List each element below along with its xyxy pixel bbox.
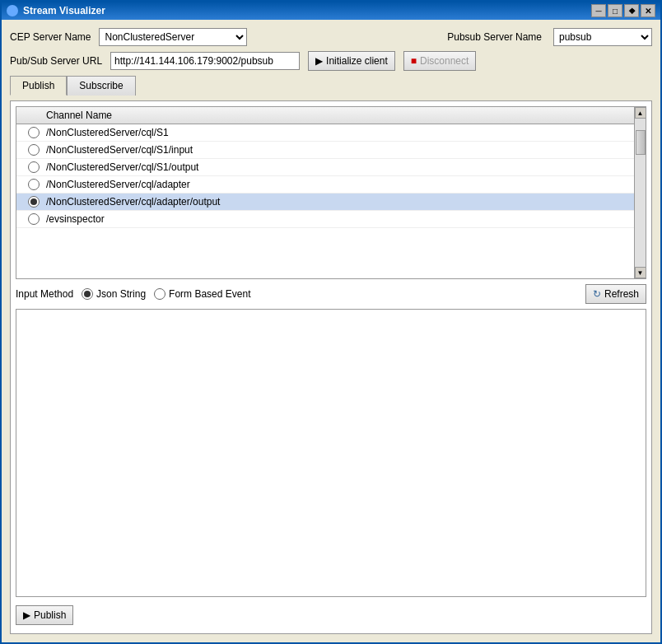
row-radio-5 xyxy=(28,213,40,225)
table-row[interactable]: /NonClusteredServer/cql/adapter/output xyxy=(16,194,634,211)
channel-name-header: Channel Name xyxy=(46,110,112,121)
main-panel: Channel Name /NonClusteredServer/cql/S1 … xyxy=(10,100,652,634)
row-radio-4 xyxy=(28,196,40,208)
channel-name-4: /NonClusteredServer/cql/adapter/output xyxy=(46,196,220,208)
initialize-client-button[interactable]: ▶ Initialize client xyxy=(308,51,395,71)
channel-name-2: /NonClusteredServer/cql/S1/output xyxy=(46,161,198,173)
close-button[interactable]: ✕ xyxy=(641,4,655,17)
refresh-button[interactable]: ↻ Refresh xyxy=(585,284,646,304)
title-bar: Stream Visualizer ─ □ ❖ ✕ xyxy=(2,2,660,20)
table-header: Channel Name xyxy=(16,107,634,124)
disconnect-button[interactable]: ■ Disconnect xyxy=(403,51,477,71)
publish-button[interactable]: ▶ Publish xyxy=(16,605,73,625)
initialize-icon: ▶ xyxy=(315,55,323,67)
table-row[interactable]: /NonClusteredServer/cql/S1/output xyxy=(16,159,634,176)
table-row[interactable]: /NonClusteredServer/cql/adapter xyxy=(16,176,634,194)
url-label: Pub/Sub Server URL xyxy=(10,55,102,67)
url-input[interactable] xyxy=(110,52,300,70)
scroll-up-arrow[interactable]: ▲ xyxy=(635,107,646,119)
refresh-icon: ↻ xyxy=(593,288,601,300)
row-radio-3 xyxy=(28,179,40,190)
scroll-down-arrow[interactable]: ▼ xyxy=(635,267,646,278)
disconnect-icon: ■ xyxy=(411,55,417,67)
row-radio-0 xyxy=(28,127,40,138)
row-radio-1 xyxy=(28,144,40,156)
json-input-textarea[interactable] xyxy=(16,309,646,597)
window-title: Stream Visualizer xyxy=(23,5,591,16)
table-row[interactable]: /NonClusteredServer/cql/S1 xyxy=(16,124,634,142)
restore-button[interactable]: ❖ xyxy=(624,4,639,17)
cep-server-dropdown[interactable]: NonClusteredServer xyxy=(99,28,247,46)
input-method-options: Input Method Json String Form Based Even… xyxy=(16,288,250,300)
minimize-button[interactable]: ─ xyxy=(591,4,606,17)
pubsub-label: Pubsub Server Name xyxy=(447,31,542,43)
tab-bar: Publish Subscribe xyxy=(10,76,652,96)
server-name-row: CEP Server Name NonClusteredServer Pubsu… xyxy=(10,28,652,46)
form-based-option[interactable]: Form Based Event xyxy=(154,288,250,300)
json-radio[interactable] xyxy=(82,288,93,300)
scroll-thumb[interactable] xyxy=(636,130,646,155)
channel-table-container: Channel Name /NonClusteredServer/cql/S1 … xyxy=(16,106,646,279)
table-row[interactable]: /NonClusteredServer/cql/S1/input xyxy=(16,142,634,159)
input-method-label: Input Method xyxy=(16,288,73,300)
channel-name-3: /NonClusteredServer/cql/adapter xyxy=(46,179,190,190)
main-window: Stream Visualizer ─ □ ❖ ✕ CEP Server Nam… xyxy=(0,0,662,644)
title-bar-controls: ─ □ ❖ ✕ xyxy=(591,4,655,17)
channel-name-0: /NonClusteredServer/cql/S1 xyxy=(46,127,169,138)
channel-table: Channel Name /NonClusteredServer/cql/S1 … xyxy=(16,107,634,278)
table-scrollbar[interactable]: ▲ ▼ xyxy=(634,107,646,278)
window-icon xyxy=(7,5,18,16)
url-row: Pub/Sub Server URL ▶ Initialize client ■… xyxy=(10,51,652,71)
table-row[interactable]: /evsinspector xyxy=(16,211,634,228)
tab-subscribe[interactable]: Subscribe xyxy=(67,76,135,96)
cep-label: CEP Server Name xyxy=(10,31,91,43)
input-method-row: Input Method Json String Form Based Even… xyxy=(16,284,646,304)
bottom-bar: ▶ Publish xyxy=(16,602,646,628)
publish-icon: ▶ xyxy=(23,609,30,621)
channel-name-1: /NonClusteredServer/cql/S1/input xyxy=(46,144,193,156)
json-string-option[interactable]: Json String xyxy=(82,288,146,300)
pubsub-server-dropdown[interactable]: pubsub xyxy=(553,28,652,46)
tab-publish[interactable]: Publish xyxy=(10,76,67,96)
channel-name-5: /evsinspector xyxy=(46,213,105,225)
content-area: CEP Server Name NonClusteredServer Pubsu… xyxy=(2,20,660,642)
form-radio[interactable] xyxy=(154,288,166,300)
maximize-button[interactable]: □ xyxy=(608,4,622,17)
row-radio-2 xyxy=(28,161,40,173)
